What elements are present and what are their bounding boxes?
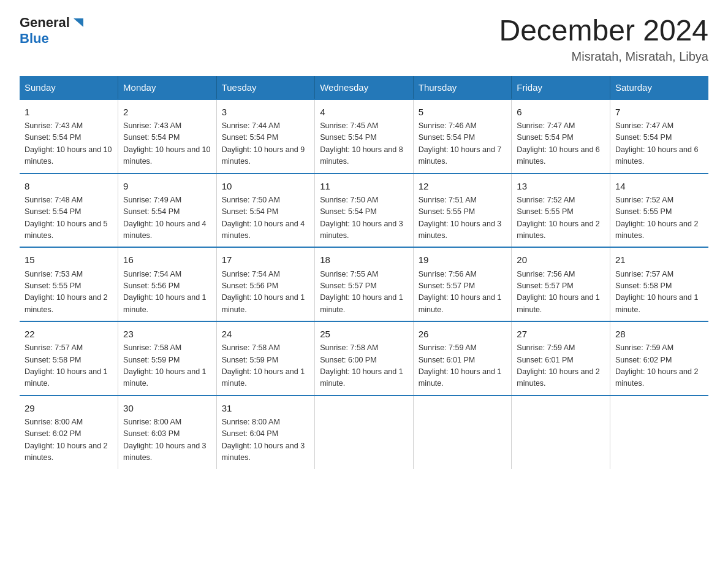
svg-marker-0 [74, 18, 83, 27]
calendar-table: SundayMondayTuesdayWednesdayThursdayFrid… [20, 76, 708, 469]
day-number: 20 [517, 253, 605, 267]
day-info: Sunrise: 7:58 AMSunset: 5:59 PMDaylight:… [123, 342, 211, 390]
calendar-cell [610, 396, 708, 469]
calendar-cell: 11Sunrise: 7:50 AMSunset: 5:54 PMDayligh… [315, 174, 414, 248]
day-info: Sunrise: 8:00 AMSunset: 6:02 PMDaylight:… [25, 416, 113, 464]
calendar-cell: 5Sunrise: 7:46 AMSunset: 5:54 PMDaylight… [413, 99, 512, 174]
day-number: 11 [320, 179, 408, 193]
title-area: December 2024 Misratah, Misratah, Libya [499, 15, 708, 64]
day-info: Sunrise: 7:55 AMSunset: 5:57 PMDaylight:… [320, 269, 408, 316]
calendar-cell: 3Sunrise: 7:44 AMSunset: 5:54 PMDaylight… [216, 99, 315, 174]
day-info: Sunrise: 7:54 AMSunset: 5:56 PMDaylight:… [123, 269, 211, 316]
day-info: Sunrise: 7:52 AMSunset: 5:55 PMDaylight:… [615, 194, 703, 242]
calendar-subtitle: Misratah, Misratah, Libya [499, 50, 708, 64]
day-info: Sunrise: 7:59 AMSunset: 6:02 PMDaylight:… [615, 342, 703, 390]
calendar-cell: 6Sunrise: 7:47 AMSunset: 5:54 PMDaylight… [512, 99, 610, 174]
day-number: 8 [25, 179, 113, 193]
calendar-cell: 18Sunrise: 7:55 AMSunset: 5:57 PMDayligh… [315, 247, 414, 321]
day-info: Sunrise: 7:43 AMSunset: 5:54 PMDaylight:… [25, 120, 113, 168]
day-number: 10 [222, 179, 310, 193]
day-info: Sunrise: 7:56 AMSunset: 5:57 PMDaylight:… [517, 269, 605, 316]
day-number: 2 [123, 105, 211, 119]
day-info: Sunrise: 7:58 AMSunset: 6:00 PMDaylight:… [320, 342, 408, 390]
calendar-cell: 9Sunrise: 7:49 AMSunset: 5:54 PMDaylight… [118, 174, 217, 248]
day-number: 27 [517, 327, 605, 341]
day-number: 24 [222, 327, 310, 341]
header-day: Wednesday [315, 76, 414, 99]
calendar-cell [512, 396, 610, 469]
day-info: Sunrise: 7:59 AMSunset: 6:01 PMDaylight:… [419, 342, 507, 390]
day-number: 1 [25, 105, 113, 119]
day-number: 18 [320, 253, 408, 267]
header-day: Saturday [610, 76, 708, 99]
day-number: 4 [320, 105, 408, 119]
day-number: 13 [517, 179, 605, 193]
day-number: 7 [615, 105, 703, 119]
day-number: 15 [25, 253, 113, 267]
day-number: 9 [123, 179, 211, 193]
day-info: Sunrise: 7:53 AMSunset: 5:55 PMDaylight:… [25, 269, 113, 316]
day-number: 31 [222, 401, 310, 415]
calendar-cell: 25Sunrise: 7:58 AMSunset: 6:00 PMDayligh… [315, 321, 414, 396]
day-number: 26 [419, 327, 507, 341]
page-header: General Blue December 2024 Misratah, Mis… [20, 15, 708, 64]
day-info: Sunrise: 7:50 AMSunset: 5:54 PMDaylight:… [320, 194, 408, 242]
day-info: Sunrise: 7:57 AMSunset: 5:58 PMDaylight:… [25, 342, 113, 390]
calendar-cell: 24Sunrise: 7:58 AMSunset: 5:59 PMDayligh… [216, 321, 315, 396]
calendar-cell: 27Sunrise: 7:59 AMSunset: 6:01 PMDayligh… [512, 321, 610, 396]
day-number: 19 [419, 253, 507, 267]
calendar-cell: 4Sunrise: 7:45 AMSunset: 5:54 PMDaylight… [315, 99, 414, 174]
day-info: Sunrise: 8:00 AMSunset: 6:04 PMDaylight:… [222, 416, 310, 464]
day-info: Sunrise: 7:43 AMSunset: 5:54 PMDaylight:… [123, 120, 211, 168]
header-day: Monday [118, 76, 217, 99]
header-day: Sunday [20, 76, 118, 99]
day-info: Sunrise: 7:51 AMSunset: 5:55 PMDaylight:… [419, 194, 507, 242]
day-number: 5 [419, 105, 507, 119]
day-info: Sunrise: 7:52 AMSunset: 5:55 PMDaylight:… [517, 194, 605, 242]
calendar-header: SundayMondayTuesdayWednesdayThursdayFrid… [20, 76, 708, 99]
calendar-body: 1Sunrise: 7:43 AMSunset: 5:54 PMDaylight… [20, 99, 708, 469]
calendar-cell: 19Sunrise: 7:56 AMSunset: 5:57 PMDayligh… [413, 247, 512, 321]
calendar-cell: 14Sunrise: 7:52 AMSunset: 5:55 PMDayligh… [610, 174, 708, 248]
day-info: Sunrise: 7:47 AMSunset: 5:54 PMDaylight:… [517, 120, 605, 168]
calendar-cell: 30Sunrise: 8:00 AMSunset: 6:03 PMDayligh… [118, 396, 217, 469]
day-info: Sunrise: 7:46 AMSunset: 5:54 PMDaylight:… [419, 120, 507, 168]
day-info: Sunrise: 7:50 AMSunset: 5:54 PMDaylight:… [222, 194, 310, 242]
day-number: 6 [517, 105, 605, 119]
logo-area: General Blue [20, 15, 85, 47]
calendar-cell: 20Sunrise: 7:56 AMSunset: 5:57 PMDayligh… [512, 247, 610, 321]
calendar-cell: 10Sunrise: 7:50 AMSunset: 5:54 PMDayligh… [216, 174, 315, 248]
day-info: Sunrise: 7:56 AMSunset: 5:57 PMDaylight:… [419, 269, 507, 316]
day-number: 3 [222, 105, 310, 119]
calendar-cell [315, 396, 414, 469]
day-info: Sunrise: 7:45 AMSunset: 5:54 PMDaylight:… [320, 120, 408, 168]
calendar-cell: 23Sunrise: 7:58 AMSunset: 5:59 PMDayligh… [118, 321, 217, 396]
calendar-title: December 2024 [499, 15, 708, 47]
calendar-cell: 17Sunrise: 7:54 AMSunset: 5:56 PMDayligh… [216, 247, 315, 321]
logo-blue: Blue [20, 31, 49, 47]
calendar-cell: 16Sunrise: 7:54 AMSunset: 5:56 PMDayligh… [118, 247, 217, 321]
day-number: 23 [123, 327, 211, 341]
calendar-week-row: 15Sunrise: 7:53 AMSunset: 5:55 PMDayligh… [20, 247, 708, 321]
day-number: 17 [222, 253, 310, 267]
day-number: 22 [25, 327, 113, 341]
day-info: Sunrise: 8:00 AMSunset: 6:03 PMDaylight:… [123, 416, 211, 464]
day-number: 29 [25, 401, 113, 415]
calendar-week-row: 1Sunrise: 7:43 AMSunset: 5:54 PMDaylight… [20, 99, 708, 174]
calendar-cell: 29Sunrise: 8:00 AMSunset: 6:02 PMDayligh… [20, 396, 118, 469]
calendar-cell: 22Sunrise: 7:57 AMSunset: 5:58 PMDayligh… [20, 321, 118, 396]
header-day: Tuesday [216, 76, 315, 99]
logo-triangle-icon [71, 16, 85, 29]
calendar-cell: 26Sunrise: 7:59 AMSunset: 6:01 PMDayligh… [413, 321, 512, 396]
day-number: 14 [615, 179, 703, 193]
day-info: Sunrise: 7:59 AMSunset: 6:01 PMDaylight:… [517, 342, 605, 390]
day-info: Sunrise: 7:44 AMSunset: 5:54 PMDaylight:… [222, 120, 310, 168]
calendar-cell: 31Sunrise: 8:00 AMSunset: 6:04 PMDayligh… [216, 396, 315, 469]
day-number: 12 [419, 179, 507, 193]
calendar-week-row: 22Sunrise: 7:57 AMSunset: 5:58 PMDayligh… [20, 321, 708, 396]
day-info: Sunrise: 7:54 AMSunset: 5:56 PMDaylight:… [222, 269, 310, 316]
calendar-cell: 2Sunrise: 7:43 AMSunset: 5:54 PMDaylight… [118, 99, 217, 174]
logo-general: General [20, 15, 70, 31]
day-info: Sunrise: 7:49 AMSunset: 5:54 PMDaylight:… [123, 194, 211, 242]
day-number: 30 [123, 401, 211, 415]
